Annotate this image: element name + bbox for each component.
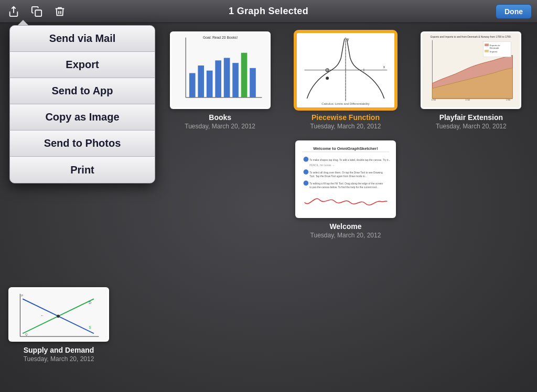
graph-thumbnail-supply-demand: Q P D S ←: [8, 287, 109, 342]
duplicate-icon-button[interactable]: [27, 4, 46, 19]
share-icon-button[interactable]: [4, 4, 23, 19]
menu-item-copy-as-image[interactable]: Copy as Image: [10, 104, 155, 130]
svg-text:D: D: [89, 301, 91, 304]
menu-items-container: Send via MailExportSend to AppCopy as Im…: [9, 25, 155, 183]
graph-name-books: Books: [209, 113, 231, 122]
graph-date-piecewise: Tuesday, March 20, 2012: [310, 123, 381, 130]
svg-rect-22: [232, 63, 239, 97]
graph-card-supply-demand-partial[interactable]: Q P D S ← Supply and Demand Tuesday, Mar…: [8, 287, 109, 363]
svg-text:Q: Q: [25, 333, 28, 336]
svg-rect-19: [207, 71, 213, 97]
svg-text:Imports: Imports: [490, 50, 498, 53]
svg-text:1780: 1780: [506, 99, 511, 101]
svg-text:Denmark: Denmark: [490, 47, 499, 49]
svg-rect-41: [485, 44, 489, 47]
svg-text:To select all drag over them. : To select all drag over them. Or tap the…: [309, 171, 383, 174]
topbar-left-actions: [4, 4, 69, 19]
menu-item-send-to-app[interactable]: Send to App: [10, 78, 155, 104]
done-button[interactable]: Done: [496, 4, 532, 19]
svg-rect-17: [189, 73, 196, 98]
svg-text:←: ←: [40, 313, 44, 317]
graph-thumbnail-books: Goal: Read 20 Books!: [170, 31, 271, 109]
svg-text:P: P: [21, 294, 23, 297]
svg-text:S: S: [89, 325, 91, 329]
svg-point-33: [326, 77, 329, 80]
svg-text:Tool. Tap the Draw Tool again : Tool. Tap the Draw Tool again from Draw …: [309, 175, 367, 178]
menu-item-print[interactable]: Print: [10, 157, 155, 183]
svg-text:to pan the canvas below. To fi: to pan the canvas below. To find the hel…: [309, 186, 379, 189]
graph-date-welcome: Tuesday, March 20, 2012: [310, 232, 381, 239]
topbar: 1 Graph Selected Done: [0, 0, 537, 23]
svg-rect-20: [215, 61, 221, 98]
graph-date-books: Tuesday, March 20, 2012: [185, 123, 255, 130]
action-dropdown-menu: Send via MailExportSend to AppCopy as Im…: [9, 25, 155, 183]
graph-card-welcome[interactable]: Welcome to OmniGraphSketcher! To make sh…: [288, 140, 403, 239]
svg-text:Goal: Read 20 Books!: Goal: Read 20 Books!: [203, 36, 238, 39]
graph-name-supply-demand: Supply and Demand: [24, 346, 94, 354]
menu-item-export[interactable]: Export: [10, 52, 155, 78]
svg-point-58: [304, 181, 309, 186]
svg-text:To make shapes tap drag. To ad: To make shapes tap drag. To add a label,…: [309, 159, 390, 161]
graph-name-piecewise: Piecewise Function: [312, 113, 380, 122]
svg-text:PENCIL, for curves →: PENCIL, for curves →: [309, 164, 335, 167]
graph-name-playfair: Playfair Extension: [439, 113, 503, 122]
graph-name-welcome: Welcome: [329, 222, 361, 231]
svg-text:1700: 1700: [432, 99, 436, 101]
svg-point-55: [304, 170, 309, 175]
graph-grid: Goal: Read 20 Books! Books Tu: [163, 31, 529, 384]
menu-item-send-to-photos[interactable]: Send to Photos: [10, 130, 155, 157]
svg-text:To editing a fill tap the Fill: To editing a fill tap the Fill Tool. Dra…: [309, 183, 383, 186]
svg-rect-21: [223, 58, 230, 98]
graph-thumbnail-piecewise: Calculus: Limits and Differentiability: [295, 31, 396, 109]
graph-thumbnail-welcome: Welcome to OmniGraphSketcher! To make sh…: [295, 140, 396, 218]
svg-rect-23: [241, 53, 247, 97]
menu-item-send-via-mail[interactable]: Send via Mail: [10, 26, 155, 52]
svg-rect-51: [302, 152, 390, 153]
graph-date-supply-demand: Tuesday, March 20, 2012: [24, 355, 94, 363]
delete-icon-button[interactable]: [50, 4, 69, 19]
graph-thumbnail-playfair: Exports and Imports to and from Denmark …: [421, 31, 521, 109]
graph-card-playfair[interactable]: Exports and Imports to and from Denmark …: [414, 31, 529, 130]
svg-rect-49: [297, 141, 394, 216]
graph-card-books[interactable]: Goal: Read 20 Books! Books Tu: [163, 31, 277, 130]
svg-text:Welcome to OmniGraphSketcher!: Welcome to OmniGraphSketcher!: [313, 146, 378, 151]
svg-rect-1: [35, 10, 41, 16]
svg-rect-18: [198, 66, 204, 97]
svg-point-7: [57, 314, 60, 318]
main-content: Send via MailExportSend to AppCopy as Im…: [0, 23, 537, 392]
svg-point-52: [304, 157, 309, 162]
svg-text:1740: 1740: [466, 99, 470, 101]
graph-date-playfair: Tuesday, March 20, 2012: [436, 123, 507, 130]
svg-rect-44: [485, 50, 489, 52]
svg-text:Exports and Imports to and fro: Exports and Imports to and from Denmark …: [431, 36, 511, 38]
svg-rect-24: [250, 68, 256, 97]
graph-card-piecewise[interactable]: Calculus: Limits and Differentiability: [288, 31, 403, 130]
page-title: 1 Graph Selected: [229, 6, 308, 17]
svg-text:Calculus: Limits and Different: Calculus: Limits and Differentiability: [321, 102, 369, 105]
